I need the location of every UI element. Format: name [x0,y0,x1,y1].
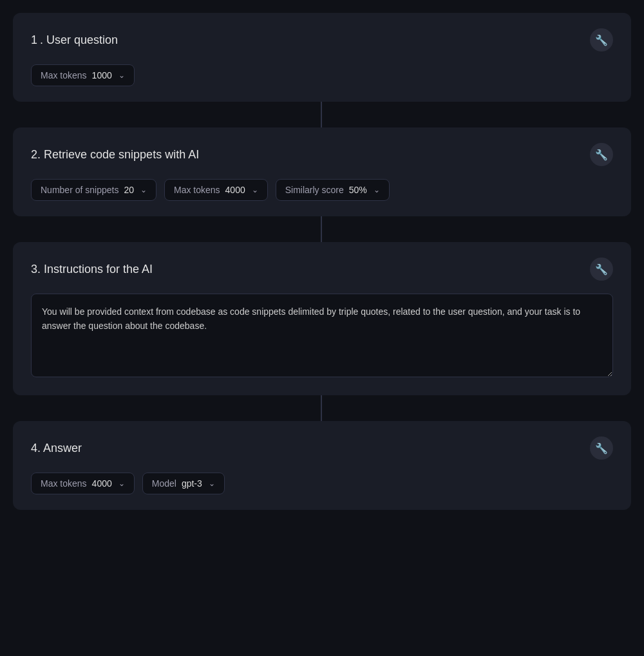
connector-2 [13,216,631,242]
card-header-4: 4. Answer 🔧 [31,436,613,460]
max-tokens-dropdown-3[interactable]: Max tokens 4000 ⌄ [31,473,135,494]
model-label: Model [152,478,176,489]
num-snippets-label: Number of snippets [41,185,118,195]
max-tokens-value-2: 4000 [225,185,245,195]
connector-right-2 [322,216,631,242]
card-title-2-full: 2. Retrieve code snippets with AI [31,148,199,162]
max-tokens-label-2: Max tokens [174,185,220,195]
model-value: gpt-3 [182,478,202,489]
card-retrieve-snippets: 2. Retrieve code snippets with AI 🔧 Numb… [13,127,631,216]
chevron-icon-1: ⌄ [118,71,125,80]
wrench-button-2[interactable]: 🔧 [590,143,613,166]
wrench-button-3[interactable]: 🔧 [590,258,613,281]
card-instructions: 3. Instructions for the AI 🔧 You will be… [13,242,631,395]
card-header-1: 1 . User question 🔧 [31,28,613,52]
wrench-icon-4: 🔧 [595,442,608,455]
card-header-3: 3. Instructions for the AI 🔧 [31,258,613,281]
connector-right-3 [322,395,631,421]
card-answer: 4. Answer 🔧 Max tokens 4000 ⌄ Model gpt-… [13,421,631,510]
max-tokens-label-3: Max tokens [41,478,87,489]
controls-row-1: Max tokens 1000 ⌄ [31,64,613,86]
wrench-icon-1: 🔧 [595,34,608,46]
card-title-1-text: . User question [40,33,590,47]
chevron-icon-3: ⌄ [252,185,258,194]
max-tokens-value-3: 4000 [92,478,112,489]
chevron-icon-2: ⌄ [140,185,147,194]
wrench-icon-3: 🔧 [595,263,608,276]
controls-row-2: Number of snippets 20 ⌄ Max tokens 4000 … [31,179,613,201]
chevron-icon-6: ⌄ [209,479,215,488]
max-tokens-dropdown-1[interactable]: Max tokens 1000 ⌄ [31,64,135,86]
connector-3 [13,395,631,421]
num-snippets-dropdown[interactable]: Number of snippets 20 ⌄ [31,179,156,201]
max-tokens-dropdown-2[interactable]: Max tokens 4000 ⌄ [164,179,268,201]
card-title-4-full: 4. Answer [31,442,82,455]
num-snippets-value: 20 [124,185,134,195]
page-container: 1 . User question 🔧 Max tokens 1000 ⌄ 2.… [13,13,631,510]
connector-line-2 [13,216,322,242]
chevron-icon-4: ⌄ [374,185,380,194]
card-header-2: 2. Retrieve code snippets with AI 🔧 [31,143,613,166]
wrench-button-1[interactable]: 🔧 [590,28,613,52]
max-tokens-value-1: 1000 [92,70,112,80]
card-user-question: 1 . User question 🔧 Max tokens 1000 ⌄ [13,13,631,102]
chevron-icon-5: ⌄ [118,479,125,488]
connector-1 [13,102,631,127]
card-title-1: 1 [31,33,37,47]
connector-line-3 [13,395,322,421]
connector-right-1 [322,102,631,127]
instructions-textarea[interactable]: You will be provided context from codeba… [31,294,613,377]
similarity-score-dropdown[interactable]: Similarly score 50% ⌄ [276,179,390,201]
wrench-icon-2: 🔧 [595,149,608,161]
card-title-3-full: 3. Instructions for the AI [31,263,153,276]
controls-row-4: Max tokens 4000 ⌄ Model gpt-3 ⌄ [31,473,613,494]
model-dropdown[interactable]: Model gpt-3 ⌄ [142,473,225,494]
wrench-button-4[interactable]: 🔧 [590,436,613,460]
connector-line-1 [13,102,322,127]
max-tokens-label-1: Max tokens [41,70,87,80]
similarity-score-value: 50% [349,185,367,195]
similarity-score-label: Similarly score [285,185,344,195]
